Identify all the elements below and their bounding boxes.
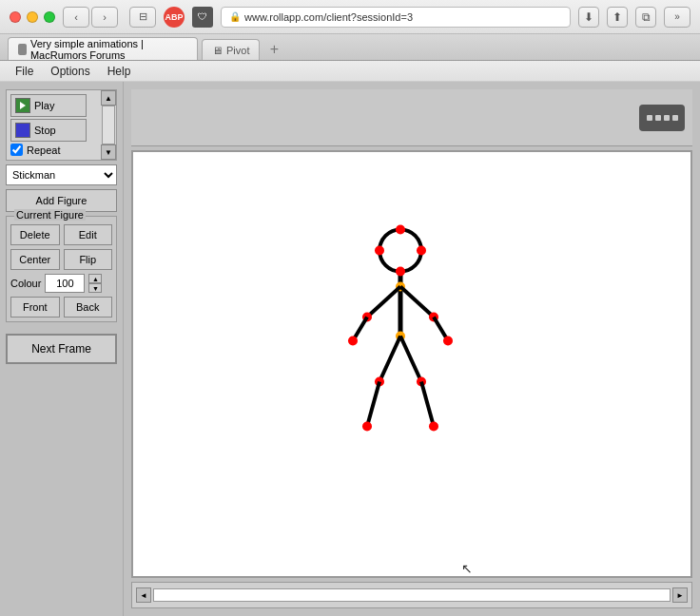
front-back-row: Front Back — [10, 297, 112, 318]
pivot-tab[interactable]: 🖥 Pivot — [202, 39, 260, 60]
svg-line-15 — [367, 382, 379, 427]
url-bar[interactable]: 🔒 www.rollapp.com/client?sessionId=3 — [221, 7, 571, 28]
main-area: ↖ ◄ ► — [124, 82, 700, 616]
app-content: Play Stop Repeat ▲ ▼ Stickman — [0, 82, 700, 616]
front-button[interactable]: Front — [10, 297, 60, 318]
traffic-lights — [10, 11, 55, 23]
svg-point-0 — [379, 230, 421, 272]
menubar: File Options Help — [0, 61, 700, 82]
reader-view-button[interactable]: ⊟ — [129, 7, 156, 28]
download-button[interactable]: ⬇ — [578, 7, 599, 28]
colour-spinner: ▲ ▼ — [88, 274, 102, 293]
svg-point-20 — [429, 422, 438, 432]
stop-button[interactable]: Stop — [10, 119, 87, 142]
pivot-tab-label: Pivot — [226, 45, 249, 56]
svg-line-9 — [400, 287, 434, 318]
stop-square-icon — [19, 126, 27, 134]
cursor-indicator: ↖ — [461, 561, 473, 576]
tabs-button[interactable]: ⧉ — [635, 7, 656, 28]
delete-edit-row: Delete Edit — [10, 224, 112, 245]
repeat-checkbox[interactable] — [10, 144, 23, 156]
url-text: www.rollapp.com/client?sessionId=3 — [244, 11, 413, 23]
delete-button[interactable]: Delete — [10, 224, 60, 245]
playback-scrollbar: ▲ ▼ — [101, 90, 116, 160]
extensions-button[interactable]: » — [664, 7, 690, 28]
current-figure-group: Current Figure Delete Edit Center Flip C… — [6, 216, 117, 322]
scroll-track — [102, 106, 115, 144]
file-menu[interactable]: File — [8, 63, 41, 80]
pivot-icon: 🖥 — [212, 45, 223, 56]
colour-input[interactable] — [45, 274, 85, 293]
tab-bar: Very simple animations | MacRumors Forum… — [0, 34, 700, 61]
svg-line-17 — [400, 337, 421, 382]
adblock-icon[interactable]: ABP — [164, 7, 185, 28]
playback-section: Play Stop Repeat ▲ ▼ — [6, 89, 117, 161]
main-tab-label: Very simple animations | MacRumors Forum… — [30, 38, 187, 61]
svg-point-21 — [348, 337, 358, 346]
lock-icon: 🔒 — [229, 11, 241, 22]
ext-dot-1 — [647, 115, 652, 121]
browser-titlebar: ‹ › ⊟ ABP 🛡 🔒 www.rollapp.com/client?ses… — [0, 0, 700, 34]
colour-row: Colour ▲ ▼ — [10, 274, 112, 293]
scroll-right-button[interactable]: ► — [672, 587, 688, 603]
close-button[interactable] — [10, 11, 21, 23]
repeat-row: Repeat — [10, 144, 112, 156]
flip-button[interactable]: Flip — [64, 249, 113, 270]
svg-point-16 — [362, 422, 372, 432]
svg-line-6 — [367, 287, 400, 318]
back-button-ctrl[interactable]: Back — [64, 297, 113, 318]
ext-dot-4 — [672, 115, 678, 121]
frame-scroll-track[interactable] — [153, 588, 671, 602]
scroll-down-button[interactable]: ▼ — [101, 144, 116, 160]
scroll-left-button[interactable]: ◄ — [136, 587, 151, 603]
svg-point-22 — [443, 337, 453, 346]
minimize-button[interactable] — [27, 11, 38, 23]
play-button[interactable]: Play — [10, 94, 87, 117]
svg-point-3 — [375, 246, 384, 256]
new-tab-button[interactable]: + — [263, 39, 284, 60]
stickman-figure[interactable] — [343, 222, 457, 441]
ext-dots — [647, 115, 678, 121]
ext-dot-2 — [655, 115, 661, 121]
figure-select-row: Stickman — [6, 164, 117, 185]
svg-point-1 — [396, 225, 405, 235]
canvas-container[interactable]: ↖ — [131, 150, 692, 578]
center-button[interactable]: Center — [10, 249, 60, 270]
edit-button[interactable]: Edit — [64, 224, 113, 245]
sidebar: Play Stop Repeat ▲ ▼ Stickman — [0, 82, 124, 616]
colour-down-button[interactable]: ▼ — [88, 283, 102, 293]
tab-favicon — [18, 44, 27, 55]
extensions-icon — [639, 105, 685, 131]
colour-label: Colour — [10, 278, 41, 289]
video-strip — [131, 89, 692, 146]
svg-point-23 — [396, 267, 405, 277]
help-menu[interactable]: Help — [100, 63, 139, 80]
shield-icon[interactable]: 🛡 — [192, 7, 213, 28]
next-frame-button[interactable]: Next Frame — [6, 334, 117, 364]
center-flip-row: Center Flip — [10, 249, 112, 270]
frame-scrollbar: ◄ ► — [131, 582, 692, 608]
current-figure-label: Current Figure — [14, 209, 86, 221]
colour-up-button[interactable]: ▲ — [88, 274, 102, 283]
options-menu[interactable]: Options — [43, 63, 97, 80]
stop-icon — [15, 123, 30, 138]
play-label: Play — [34, 100, 54, 111]
svg-line-19 — [421, 382, 434, 427]
figure-select[interactable]: Stickman — [6, 164, 117, 185]
fullscreen-button[interactable] — [44, 11, 55, 23]
nav-buttons: ‹ › — [63, 7, 118, 28]
share-button[interactable]: ⬆ — [607, 7, 628, 28]
play-icon — [15, 98, 30, 113]
scroll-up-button[interactable]: ▲ — [101, 90, 116, 106]
forward-button[interactable]: › — [91, 7, 118, 28]
main-tab[interactable]: Very simple animations | MacRumors Forum… — [8, 37, 198, 60]
svg-point-2 — [417, 246, 426, 256]
back-button[interactable]: ‹ — [63, 7, 89, 28]
play-triangle-icon — [20, 102, 26, 109]
stop-label: Stop — [34, 125, 56, 136]
repeat-label: Repeat — [27, 144, 60, 156]
ext-dot-3 — [664, 115, 670, 121]
svg-line-13 — [379, 337, 400, 382]
